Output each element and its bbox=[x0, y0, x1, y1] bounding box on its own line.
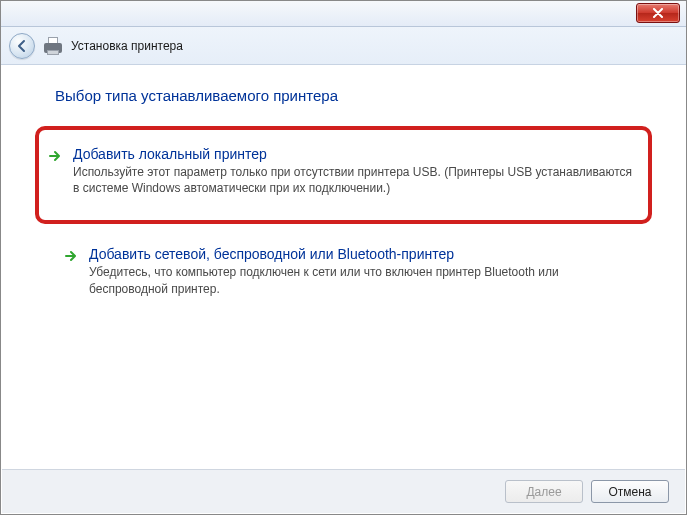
titlebar bbox=[1, 1, 686, 27]
back-arrow-icon bbox=[15, 39, 29, 53]
option-add-network-printer[interactable]: Добавить сетевой, беспроводной или Bluet… bbox=[55, 232, 632, 312]
next-button: Далее bbox=[505, 480, 583, 503]
option-desc: Убедитесь, что компьютер подключен к сет… bbox=[89, 264, 618, 296]
content-area: Выбор типа устанавливаемого принтера Доб… bbox=[1, 65, 686, 313]
wizard-header: Установка принтера bbox=[1, 27, 686, 65]
option-title: Добавить сетевой, беспроводной или Bluet… bbox=[89, 246, 618, 262]
back-button[interactable] bbox=[9, 33, 35, 59]
arrow-right-icon bbox=[47, 148, 63, 164]
arrow-right-icon bbox=[63, 248, 79, 264]
close-icon bbox=[652, 8, 664, 18]
cancel-button[interactable]: Отмена bbox=[591, 480, 669, 503]
options-list: Добавить локальный принтер Используйте э… bbox=[55, 126, 632, 313]
printer-icon bbox=[43, 37, 63, 55]
option-title: Добавить локальный принтер bbox=[73, 146, 634, 162]
page-heading: Выбор типа устанавливаемого принтера bbox=[55, 87, 632, 104]
header-title: Установка принтера bbox=[71, 39, 183, 53]
option-desc: Используйте этот параметр только при отс… bbox=[73, 164, 634, 196]
footer: Далее Отмена bbox=[2, 469, 685, 513]
close-button[interactable] bbox=[636, 3, 680, 23]
option-add-local-printer[interactable]: Добавить локальный принтер Используйте э… bbox=[35, 126, 652, 224]
